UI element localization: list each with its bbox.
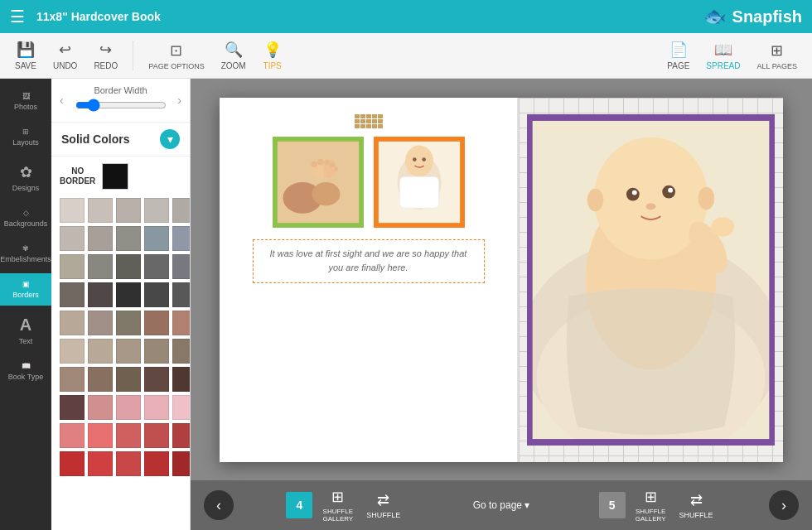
color-swatch[interactable] [172,395,191,420]
save-button[interactable]: 💾 SAVE [8,37,43,74]
go-to-page-button[interactable]: Go to page ▾ [457,499,547,511]
color-swatch[interactable] [88,282,113,307]
sidebar-item-photos[interactable]: 🖼 Photos [0,85,51,118]
color-swatch[interactable] [144,254,169,279]
sidebar-item-embelishments[interactable]: ✾ Embelishments [0,238,51,270]
border-width-decrease[interactable]: ‹ [60,94,64,107]
color-swatch[interactable] [172,451,191,476]
color-swatch[interactable] [88,311,113,335]
shuffle-icon: ⇄ [377,491,389,509]
color-swatch[interactable] [172,254,191,279]
tips-button[interactable]: 💡 TIPS [256,37,289,74]
color-swatch[interactable] [172,226,191,251]
svg-point-9 [334,166,338,171]
grid-background [519,98,783,462]
color-swatch[interactable] [88,198,113,223]
color-swatch[interactable] [144,367,169,392]
top-bar: ☰ 11x8" Hardcover Book 🐟 Snapfish [0,0,812,33]
sidebar-item-borders[interactable]: ▣ Borders [0,273,51,306]
color-swatch[interactable] [116,254,141,279]
color-swatch[interactable] [144,226,169,251]
right-baby-photo[interactable] [527,114,775,446]
color-swatch[interactable] [172,198,191,223]
color-swatch[interactable] [144,451,169,476]
svg-point-28 [587,188,604,211]
sidebar-item-text[interactable]: A Text [0,309,51,352]
color-swatch[interactable] [116,423,141,448]
color-swatch[interactable] [60,226,85,251]
color-swatch[interactable] [60,254,85,279]
undo-button[interactable]: ↩ UNDO [46,37,84,74]
color-swatch[interactable] [144,423,169,448]
sidebar-item-designs[interactable]: ✿ Designs [0,157,51,199]
shuffle-gallery-left-button[interactable]: ⊞ SHUFFLE GALLERY [319,484,356,526]
color-swatch[interactable] [172,423,191,448]
color-swatch[interactable] [116,311,141,335]
menu-icon[interactable]: ☰ [10,7,25,26]
shuffle-gallery-right-button[interactable]: ⊞ SHUFFLE GALLERY [632,484,669,526]
color-row-8 [60,395,181,420]
color-swatch[interactable] [172,282,191,307]
border-width-increase[interactable]: › [177,94,181,107]
color-swatch[interactable] [144,311,169,335]
tips-icon: 💡 [263,41,282,59]
border-width-slider[interactable] [75,99,167,112]
color-swatch[interactable] [144,339,169,364]
sidebar-item-layouts[interactable]: ⊞ Layouts [0,121,51,153]
shuffle-left-button[interactable]: ⇄ SHUFFLE [363,488,404,523]
color-swatch[interactable] [172,311,191,335]
color-swatch[interactable] [88,395,113,420]
black-swatch[interactable] [102,163,128,190]
svg-point-15 [412,157,416,161]
color-swatch[interactable] [172,339,191,364]
svg-point-27 [646,203,656,210]
color-row-5 [60,311,181,335]
color-swatch[interactable] [60,198,85,223]
color-swatch[interactable] [116,339,141,364]
color-swatch[interactable] [144,282,169,307]
color-swatch[interactable] [88,254,113,279]
green-frame-photo[interactable] [273,137,364,228]
color-swatch[interactable] [144,198,169,223]
color-swatch[interactable] [60,282,85,307]
color-swatch[interactable] [116,395,141,420]
color-swatch[interactable] [88,367,113,392]
svg-point-6 [317,158,324,165]
colors-dropdown-button[interactable]: ▾ [160,129,180,149]
sidebar-item-backgrounds[interactable]: ◇ Backgrounds [0,202,51,234]
color-swatch[interactable] [60,311,85,335]
redo-button[interactable]: ↪ REDO [87,37,124,74]
color-swatch[interactable] [88,423,113,448]
zoom-button[interactable]: 🔍 ZOOM [215,37,253,74]
sidebar-item-booktype[interactable]: 📖 Book Type [0,355,51,388]
prev-page-button[interactable]: ‹ [204,490,234,520]
all-pages-button[interactable]: ⊞ ALL PAGES [750,37,804,74]
color-swatch[interactable] [88,339,113,364]
color-swatch[interactable] [88,451,113,476]
spread-icon: 📖 [714,41,732,59]
color-swatch[interactable] [144,395,169,420]
color-swatch[interactable] [60,395,85,420]
color-swatch[interactable] [60,367,85,392]
zoom-icon: 🔍 [225,41,243,59]
orange-frame-photo[interactable] [374,137,465,228]
color-swatch[interactable] [60,339,85,364]
color-swatch[interactable] [60,423,85,448]
caption-text-box[interactable]: It was love at first sight and we are so… [253,239,485,283]
color-swatch[interactable] [60,451,85,476]
next-page-button[interactable]: › [769,490,799,520]
color-swatch[interactable] [116,367,141,392]
color-swatch[interactable] [116,451,141,476]
color-swatch[interactable] [116,282,141,307]
spread-view-button[interactable]: 📖 SPREAD [699,37,747,74]
color-swatch[interactable] [172,367,191,392]
page-view-button[interactable]: 📄 PAGE [660,37,696,74]
color-swatch[interactable] [116,198,141,223]
right-page-number: 5 [599,492,626,518]
book-left-page: It was love at first sight and we are so… [220,98,519,462]
color-swatch[interactable] [88,226,113,251]
color-swatch[interactable] [116,226,141,251]
shuffle-right-button[interactable]: ⇄ SHUFFLE [676,488,717,523]
page-options-button[interactable]: ⊡ PAGE OPTIONS [142,38,210,74]
caption-text: It was love at first sight and we are so… [270,248,467,273]
